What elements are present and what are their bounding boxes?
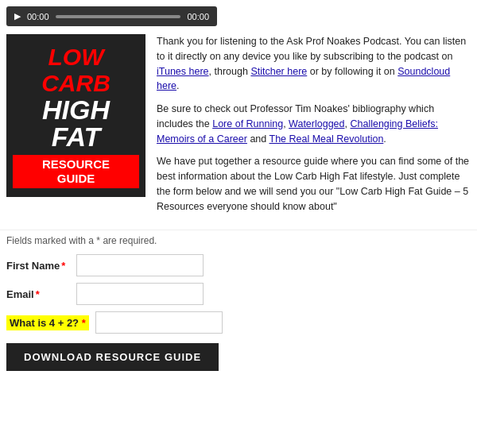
desc-para1-mid2: or by following it on [307, 66, 398, 77]
form-section: Fields marked with a * are required. Fir… [0, 230, 477, 380]
email-row: Email* [6, 283, 471, 305]
required-note: Fields marked with a * are required. [6, 235, 471, 246]
itunes-link[interactable]: iTunes here [157, 66, 209, 77]
audio-player: ▶ 00:00 00:00 [6, 6, 217, 26]
captcha-label: What is 4 + 2? * [6, 315, 89, 330]
time-end: 00:00 [187, 12, 209, 21]
captcha-input[interactable] [95, 311, 223, 334]
main-content: LOW CARB HIGH FAT RESOURCE GUIDE Thank y… [0, 34, 477, 230]
download-button[interactable]: DOWNLOAD RESOURCE GUIDE [6, 343, 219, 371]
meal-link[interactable]: The Real Meal Revolution [270, 133, 384, 145]
first-name-star: * [61, 260, 65, 272]
book-resource-bar: RESOURCE GUIDE [13, 155, 139, 188]
desc-para1-prefix: Thank you for listening to the Ask Prof … [157, 36, 466, 62]
desc-para2-mid3: and [247, 133, 270, 145]
first-name-label: First Name* [6, 260, 70, 272]
progress-bar[interactable] [56, 15, 181, 18]
desc-para3: We have put together a resource guide wh… [157, 156, 469, 211]
play-button[interactable]: ▶ [14, 11, 21, 21]
first-name-input[interactable] [76, 254, 204, 276]
first-name-row: First Name* [6, 254, 471, 276]
captcha-row: What is 4 + 2? * [6, 311, 471, 334]
email-star: * [36, 288, 40, 300]
book-resource-line2: GUIDE [13, 172, 139, 186]
email-label: Email* [6, 288, 70, 300]
waterlogged-link[interactable]: Waterlogged [289, 118, 344, 129]
book-title-line2: HIGH FAT [42, 96, 110, 150]
email-input[interactable] [76, 283, 204, 305]
book-cover: LOW CARB HIGH FAT RESOURCE GUIDE [6, 34, 145, 197]
lore-link[interactable]: Lore of Running [212, 118, 283, 129]
captcha-star: * [82, 317, 86, 329]
desc-para1-mid: , through [209, 66, 251, 77]
stitcher-link[interactable]: Stitcher here [250, 66, 307, 77]
book-resource-line1: RESOURCE [13, 157, 139, 172]
book-title-line1: LOW CARB [41, 44, 111, 96]
time-start: 00:00 [27, 12, 49, 21]
description-text: Thank you for listening to the Ask Prof … [157, 34, 471, 222]
